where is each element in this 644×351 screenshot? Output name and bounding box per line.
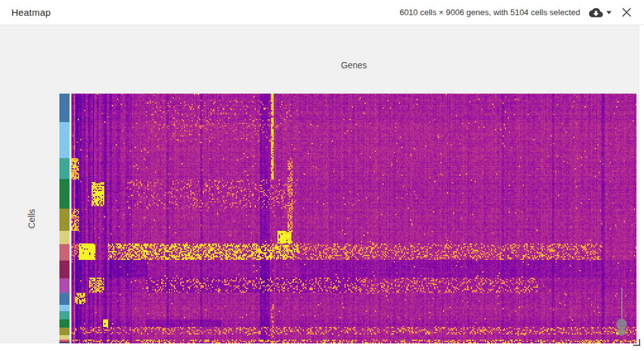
selection-status-text: 6010 cells × 9006 genes, with 5104 cells…: [399, 8, 580, 17]
row-category-swatch: [59, 293, 70, 305]
header-actions: 6010 cells × 9006 genes, with 5104 cells…: [399, 6, 644, 19]
resize-grip[interactable]: [633, 339, 640, 346]
row-category-strip: [59, 94, 70, 343]
row-category-swatch: [59, 94, 70, 122]
x-axis-label: Genes: [71, 60, 636, 70]
row-category-swatch: [59, 158, 70, 179]
row-category-swatch: [59, 319, 70, 328]
row-category-swatch: [59, 278, 70, 293]
row-category-swatch: [59, 335, 70, 340]
row-category-swatch: [59, 209, 70, 231]
row-category-swatch: [59, 305, 70, 311]
row-category-swatch: [59, 231, 70, 244]
caret-down-icon: [606, 11, 612, 15]
y-axis-label-wrap: Cells: [9, 94, 54, 343]
dialog-header: Heatmap 6010 cells × 9006 genes, with 51…: [0, 0, 644, 25]
vertical-scroll-handle-lower[interactable]: [617, 328, 626, 336]
y-axis-label: Cells: [27, 209, 37, 228]
dialog-title: Heatmap: [0, 7, 51, 18]
plot-panel: Genes Cells: [0, 25, 640, 343]
row-category-swatch: [59, 244, 70, 261]
row-category-swatch: [59, 261, 70, 278]
row-category-swatch: [59, 328, 70, 335]
heatmap-dialog: Heatmap 6010 cells × 9006 genes, with 51…: [0, 0, 644, 351]
row-category-swatch: [59, 343, 70, 343]
row-category-swatch: [59, 311, 70, 319]
cloud-download-icon: [589, 8, 603, 18]
heatmap-canvas[interactable]: [71, 94, 636, 343]
close-icon: [622, 8, 631, 17]
row-category-swatch: [59, 122, 70, 158]
row-category-swatch: [59, 179, 70, 209]
download-button[interactable]: [588, 6, 613, 19]
close-button[interactable]: [621, 6, 633, 18]
